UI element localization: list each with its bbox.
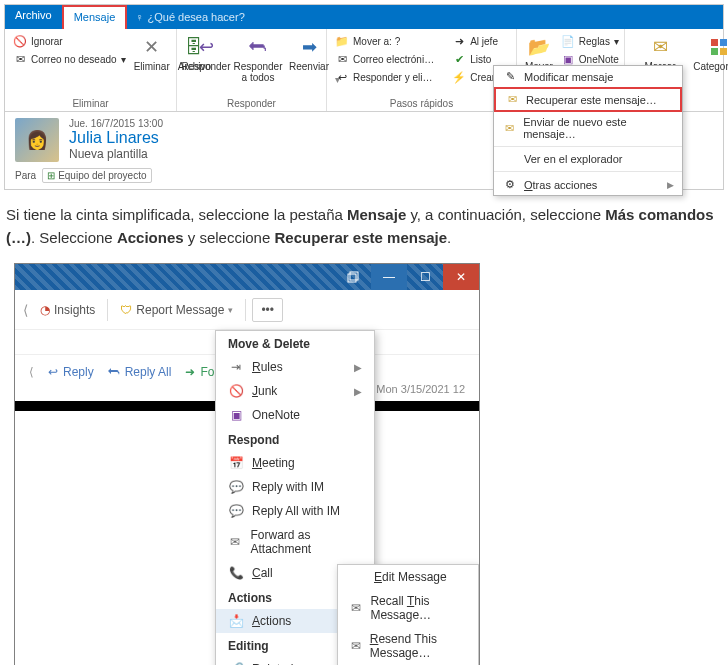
sm-recall-message[interactable]: ✉Recall This Message… <box>338 589 478 627</box>
recipient-chip[interactable]: ⊞ Equipo del proyecto <box>42 168 151 183</box>
mi-rules[interactable]: ⇥Rules▶ <box>216 355 374 379</box>
resend-icon: ✉ <box>350 639 362 653</box>
sm-recall-label: Recall This Message… <box>370 594 466 622</box>
recipient-name: Equipo del proyecto <box>58 170 146 181</box>
lightbulb-icon: ♀ <box>135 11 143 23</box>
mi-reply-im-label: Reply with IM <box>252 480 324 494</box>
ribbon-tabbar: Archivo Mensaje ♀ ¿Qué desea hacer? <box>5 5 723 29</box>
separator <box>245 299 246 321</box>
qs-boss-label: Al jefe <box>470 36 498 47</box>
svg-rect-0 <box>711 39 718 46</box>
group-quicksteps-label: Pasos rápidos <box>333 98 510 109</box>
mi-forward-attachment[interactable]: ✉Forward as Attachment <box>216 523 374 561</box>
reply-delete-icon: ↩ <box>335 70 349 84</box>
menu-header-respond: Respond <box>216 427 374 451</box>
reply-all-button[interactable]: ⮪Reply All <box>108 365 172 379</box>
shield-icon: 🛡 <box>120 303 132 317</box>
submenu-arrow-icon: ▶ <box>667 180 674 190</box>
dd-view-browser[interactable]: Ver en el explorador <box>494 149 682 169</box>
ignore-icon: 🚫 <box>13 34 27 48</box>
reply-button[interactable]: ↩Reply <box>48 365 94 379</box>
mi-onenote[interactable]: ▣OneNote <box>216 403 374 427</box>
mi-meeting[interactable]: 📅Meeting <box>216 451 374 475</box>
dd-view-label: Ver en el explorador <box>524 153 622 165</box>
svg-rect-5 <box>350 272 358 280</box>
qs-team-mail[interactable]: ✉Correo electróni… <box>333 51 436 67</box>
categorize-button[interactable]: Categorizar <box>693 33 728 74</box>
recall-icon: ✉ <box>350 601 362 615</box>
mi-junk-label: Junk <box>252 384 277 398</box>
categorize-label: Categorizar <box>693 61 728 72</box>
report-message-button[interactable]: 🛡 Report Message ▾ <box>114 299 239 321</box>
sm-edit-label: Edit Message <box>374 570 447 584</box>
sender-avatar: 👩 <box>15 118 59 162</box>
dd-recall-message[interactable]: ✉Recuperar este mensaje… <box>494 87 682 112</box>
group-delete-label: Eliminar <box>11 98 170 109</box>
window-minimize-button[interactable]: — <box>371 264 407 290</box>
plus-icon: ⊞ <box>47 170 55 181</box>
insights-icon: ◔ <box>40 303 50 317</box>
tell-me-search[interactable]: ♀ ¿Qué desea hacer? <box>127 5 252 29</box>
left-overflow-icon: ⟨ <box>29 365 34 379</box>
check-icon: ✔ <box>452 52 466 66</box>
dd-recall-label: Recuperar este mensaje… <box>526 94 657 106</box>
window-close-button[interactable]: ✕ <box>443 264 479 290</box>
actions-dropdown: ✎Modificar mensaje ✉Recuperar este mensa… <box>493 65 683 196</box>
message-subject: Nueva plantilla <box>69 147 163 161</box>
qs-to-boss[interactable]: ➜Al jefe <box>450 33 527 49</box>
junk-button[interactable]: ✉ Correo no deseado ▾ <box>11 51 128 67</box>
group-respond: ↩ Responder ⮪ Responder a todos ➡ Reenvi… <box>177 29 327 111</box>
window-restore-button[interactable] <box>335 264 371 290</box>
reply-icon: ↩ <box>194 35 218 59</box>
window-titlebar: — ☐ ✕ <box>15 264 479 290</box>
junk-label: Correo no deseado <box>31 54 117 65</box>
dd-resend-message[interactable]: ✉Enviar de nuevo este mensaje… <box>494 112 682 144</box>
recall-icon: ✉ <box>504 93 520 106</box>
lightning-icon: ⚡ <box>452 70 466 84</box>
insights-label: Insights <box>54 303 95 317</box>
onenote-icon: ▣ <box>561 52 575 66</box>
forward-icon: ➜ <box>185 365 195 379</box>
sm-edit-message[interactable]: Edit Message <box>338 565 478 589</box>
mi-reply-all-im[interactable]: 💬Reply All with IM <box>216 499 374 523</box>
left-overflow-icon: ⟨ <box>23 302 28 318</box>
junk-icon: ✉ <box>13 52 27 66</box>
insights-button[interactable]: ◔ Insights <box>34 299 101 321</box>
window-maximize-button[interactable]: ☐ <box>407 264 443 290</box>
move-folder-icon: 📂 <box>527 35 551 59</box>
mi-meeting-label: Meeting <box>252 456 295 470</box>
group-delete: 🚫 Ignorar ✉ Correo no deseado ▾ ✕ Elimin… <box>5 29 177 111</box>
dd-other-actions[interactable]: ⚙Otras acciones▶ <box>494 174 682 195</box>
calendar-icon: 📅 <box>228 456 244 470</box>
tab-message[interactable]: Mensaje <box>62 5 128 29</box>
mi-fwd-attach-label: Forward as Attachment <box>250 528 362 556</box>
dd-edit-message[interactable]: ✎Modificar mensaje <box>494 66 682 87</box>
reply-button[interactable]: ↩ Responder <box>183 33 229 74</box>
svg-rect-1 <box>720 39 727 46</box>
reply-all-label: Reply All <box>125 365 172 379</box>
outlook-classic-screenshot: Archivo Mensaje ♀ ¿Qué desea hacer? 🚫 Ig… <box>4 4 724 190</box>
reply-icon: ↩ <box>48 365 58 379</box>
gear-icon: ⚙ <box>502 178 518 191</box>
ignore-button[interactable]: 🚫 Ignorar <box>11 33 128 49</box>
qs-team-label: Correo electróni… <box>353 54 434 65</box>
actions-icon: 📩 <box>228 614 244 628</box>
tab-file[interactable]: Archivo <box>5 5 62 29</box>
mi-junk[interactable]: 🚫Junk▶ <box>216 379 374 403</box>
reply-all-button[interactable]: ⮪ Responder a todos <box>233 33 283 85</box>
rules-icon: ⇥ <box>228 360 244 374</box>
dd-resend-label: Enviar de nuevo este mensaje… <box>523 116 674 140</box>
mi-reply-im[interactable]: 💬Reply with IM <box>216 475 374 499</box>
mail-icon: ✉ <box>335 52 349 66</box>
forward-button[interactable]: ➡ Reenviar <box>287 33 331 74</box>
onenote-label: OneNote <box>579 54 619 65</box>
to-label: Para <box>15 170 36 181</box>
more-commands-button[interactable]: ••• <box>252 298 283 322</box>
qs-move-to[interactable]: 📁Mover a: ? <box>333 33 436 49</box>
delete-button[interactable]: ✕ Eliminar <box>132 33 172 74</box>
forward-label: Reenviar <box>289 61 329 72</box>
phone-icon: 📞 <box>228 566 244 580</box>
sm-resend-message[interactable]: ✉Resend This Message… <box>338 627 478 665</box>
dd-edit-label: Modificar mensaje <box>524 71 613 83</box>
qs-reply-delete[interactable]: ↩Responder y eli… <box>333 69 436 85</box>
